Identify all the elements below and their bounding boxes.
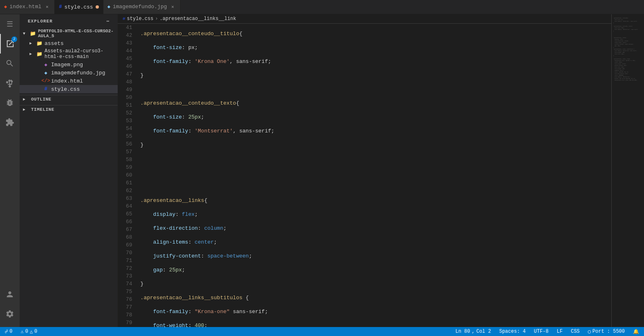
activity-icon-account[interactable] — [0, 284, 20, 304]
status-bar: ☍ 0 ⚠ 0 △ 0 Ln 80, Col 2 Spaces: 4 UTF-8… — [0, 327, 644, 336]
tab-bar: ◆ index.html ✕ # style.css ◆ imagemdefun… — [0, 0, 644, 14]
status-bell[interactable]: 🔔 — [631, 329, 641, 335]
code-line — [141, 183, 611, 190]
sidebar-header-icons: ⋯ — [106, 18, 110, 24]
status-lang[interactable]: CSS — [569, 329, 581, 334]
tree-arrow-spacer — [36, 71, 42, 75]
sidebar-item-label: Assets-aula2-curso3-html-e-css-main — [45, 48, 118, 60]
png-file-icon: ◆ — [42, 61, 49, 68]
code-line: font-weight: 400; — [141, 322, 611, 327]
sidebar-header: EXPLORER ⋯ — [20, 14, 118, 28]
tab-label: imagemdefundo.jpg — [113, 4, 167, 10]
line-numbers: 4142434445 4647484950 5152535455 5657585… — [118, 24, 137, 327]
sidebar-item-label: PORTFOLIO-HTML-E-CSS-CURSO2-AULA_5 — [38, 29, 118, 38]
activity-icon-explorer[interactable]: 2 — [0, 34, 20, 54]
breadcrumb-file: style.css — [127, 16, 154, 22]
sidebar-item-label: Imagem.png — [51, 62, 83, 68]
code-line: font-family: 'Montserrat', sans-serif; — [141, 127, 611, 135]
main-layout: ☰ 2 EXPLORER ⋯ — [0, 14, 644, 327]
tab-imagemdefundo[interactable]: ◆ imagemdefundo.jpg ✕ — [103, 0, 181, 14]
code-view[interactable]: 4142434445 4647484950 5152535455 5657585… — [118, 24, 611, 327]
activity-icon-settings[interactable] — [0, 304, 20, 324]
folder-icon: 📁 — [36, 51, 42, 57]
code-line: .apresentacao__conteudo__titulo{ — [141, 30, 611, 38]
breadcrumb-separator: › — [155, 16, 158, 22]
status-right: Ln 80, Col 2 Spaces: 4 UTF-8 LF CSS ◯ Po… — [454, 329, 641, 335]
code-line: font-family: "Krona-one" sans-serif; — [141, 308, 611, 316]
timeline-label: TIMELINE — [31, 107, 54, 112]
activity-icon-search[interactable] — [0, 54, 20, 73]
sidebar-section-timeline: ► TIMELINE — [20, 105, 118, 114]
tab-style-css[interactable]: # style.css — [55, 0, 103, 14]
git-icon: ☍ — [5, 329, 8, 335]
tab-index-html[interactable]: ◆ index.html ✕ — [0, 0, 55, 14]
sidebar-item-assets[interactable]: ► 📁 assets — [20, 39, 118, 47]
status-eol[interactable]: LF — [555, 329, 564, 334]
activity-icon-debug[interactable] — [0, 93, 20, 112]
status-git-count: 0 — [9, 329, 12, 334]
sidebar-outline-header[interactable]: ► OUTLINE — [20, 95, 118, 103]
sidebar-timeline-header[interactable]: ► TIMELINE — [20, 105, 118, 114]
status-eol-label: LF — [557, 329, 563, 334]
html-file-icon: ◆ — [4, 4, 7, 10]
code-line: flex-direction: column; — [141, 224, 611, 232]
activity-bottom — [0, 284, 20, 327]
code-line — [141, 85, 611, 93]
tree-arrow-spacer — [36, 87, 42, 92]
editor-area: # style.css › .apresentacao__links__link… — [118, 14, 644, 327]
activity-icon-menu[interactable]: ☰ — [0, 14, 20, 34]
sidebar-item-label: index.html — [51, 78, 83, 84]
status-error-count: 0 — [25, 329, 28, 334]
tab-close-button[interactable]: ✕ — [170, 4, 176, 10]
error-icon: ⚠ — [20, 329, 23, 335]
sidebar-item-imagemdefundo[interactable]: ◆ imagemdefundo.jpg — [20, 69, 118, 77]
sidebar-item-imagem-png[interactable]: ◆ Imagem.png — [20, 60, 118, 69]
code-line: font-size: px; — [141, 44, 611, 52]
img-file-icon: ◆ — [107, 4, 110, 10]
status-port[interactable]: ◯ Port : 5500 — [586, 329, 626, 335]
status-git[interactable]: ☍ 0 — [3, 329, 14, 335]
sidebar-item-label: style.css — [51, 86, 80, 92]
sidebar-item-index-html[interactable]: </> index.html — [20, 77, 118, 85]
css-breadcrumb-icon: # — [123, 16, 125, 21]
code-line: .apresentacao__conteudo__texto{ — [141, 99, 611, 107]
tree-arrow: ▼ — [23, 31, 29, 36]
sidebar-section-outline: ► OUTLINE — [20, 95, 118, 103]
code-line: display: flex; — [141, 211, 611, 218]
tab-close-button[interactable]: ✕ — [44, 4, 50, 10]
sidebar-title: EXPLORER — [28, 19, 53, 24]
status-port-value: Port : 5500 — [593, 329, 625, 334]
code-line: font-family: 'Krona One', sans-serif; — [141, 58, 611, 65]
minimap: .apresentacao__conteudo{ font-size: px; … — [611, 14, 644, 327]
status-spaces-label: Spaces: 4 — [499, 329, 526, 334]
tree-arrow-spacer — [36, 63, 42, 67]
status-col: Col 2 — [476, 329, 491, 334]
status-errors[interactable]: ⚠ 0 △ 0 — [19, 329, 39, 335]
sidebar-item-project-root[interactable]: ▼ 📁 PORTFOLIO-HTML-E-CSS-CURSO2-AULA_5 — [20, 28, 118, 39]
activity-icon-extensions[interactable] — [0, 112, 20, 132]
code-line: .apresentacao__links{ — [141, 197, 611, 204]
activity-icon-scm[interactable] — [0, 73, 20, 93]
code-content[interactable]: .apresentacao__conteudo__titulo{ font-si… — [137, 24, 611, 327]
tab-label: style.css — [64, 4, 93, 10]
code-line: gap: 25px; — [141, 266, 611, 274]
badge: 2 — [11, 36, 17, 42]
sidebar: EXPLORER ⋯ ▼ 📁 PORTFOLIO-HTML-E-CSS-CURS… — [20, 14, 118, 327]
sidebar-item-label: assets — [45, 40, 64, 47]
img-file-icon: ◆ — [42, 69, 49, 76]
code-line: align-items: center; — [141, 238, 611, 246]
status-ln-col[interactable]: Ln 80, Col 2 — [454, 329, 492, 334]
status-spaces[interactable]: Spaces: 4 — [498, 329, 528, 334]
code-line: } — [141, 280, 611, 288]
code-line: justify-content: space-between; — [141, 252, 611, 260]
code-line: } — [141, 141, 611, 149]
status-encoding[interactable]: UTF-8 — [532, 329, 550, 334]
breadcrumb: # style.css › .apresentacao__links__link — [118, 14, 611, 24]
new-file-icon[interactable]: ⋯ — [106, 18, 110, 24]
breadcrumb-symbol: .apresentacao__links__link — [160, 16, 236, 22]
sidebar-item-style-css[interactable]: # style.css — [20, 85, 118, 93]
editor-main: # style.css › .apresentacao__links__link… — [118, 14, 611, 327]
code-line: .apresentacao__links__subtitulos { — [141, 294, 611, 302]
tree-arrow: ► — [29, 41, 36, 46]
sidebar-item-assets-aula2[interactable]: ► 📁 Assets-aula2-curso3-html-e-css-main — [20, 47, 118, 60]
